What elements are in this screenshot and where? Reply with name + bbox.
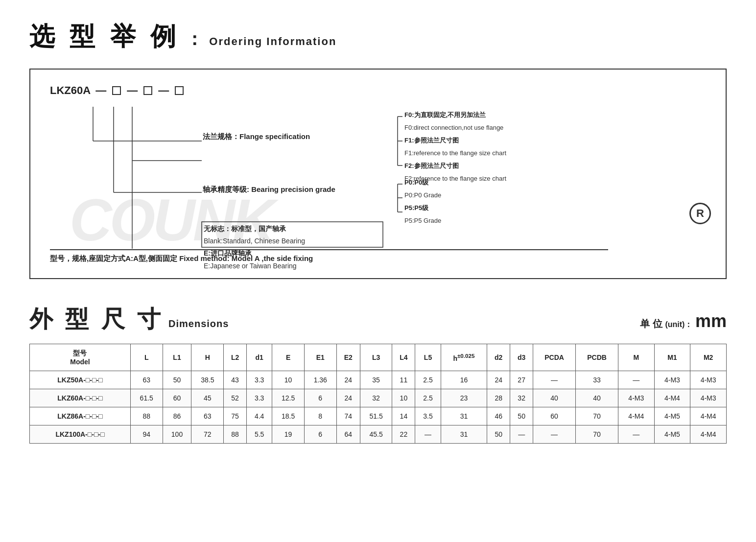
th-PCDB: PCDB [576,344,618,371]
bearing-type-labels: 无标志：标准型，国产轴承 Blank:Standard, Chinese Bea… [204,223,305,272]
data-cell: 72 [191,425,224,444]
data-cell: 11 [392,371,415,389]
ordering-title-cn: 选 型 举 例 [29,20,180,54]
data-cell: 35 [360,371,392,389]
table-header-row: 型号Model L L1 H L2 d1 E E1 E2 L3 L4 L5 h±… [30,344,727,371]
data-cell: 3.3 [247,389,272,407]
data-cell: 63 [130,371,163,389]
data-cell: 46 [487,407,510,425]
blank-cn: 无标志：标准型，国产轴承 [204,223,305,235]
data-cell: 74 [336,407,360,425]
box-sym-1 [112,86,121,95]
table-row: LKZ50A-□-□-□635038.5433.3101.362435112.5… [30,371,727,389]
data-cell: 4-M4 [654,389,690,407]
data-cell: 61.5 [130,389,163,407]
dim-header: 外 型 尺 寸 Dimensions 单 位 (unit)： mm [29,304,727,335]
e-cn: E:进口品牌轴承 [204,247,305,259]
flange-label: 法兰规格：Flange specification [203,132,310,141]
data-cell: 24 [487,371,510,389]
table-row: LKZ60A-□-□-□61.56045523.312.562432102.52… [30,389,727,407]
th-d1: d1 [247,344,272,371]
data-cell: 4-M5 [654,407,690,425]
th-PCDA: PCDA [533,344,576,371]
th-L1: L1 [163,344,191,371]
data-cell: 52 [224,389,247,407]
box-sym-2 [143,86,152,95]
th-d3: d3 [510,344,533,371]
data-cell: 2.5 [415,389,441,407]
model-cell: LKZ100A-□-□-□ [30,425,131,444]
data-cell: 28 [487,389,510,407]
data-cell: 32 [360,389,392,407]
data-cell: — [618,371,655,389]
table-row: LKZ100A-□-□-□9410072885.51966445.522—315… [30,425,727,444]
data-cell: 14 [392,407,415,425]
data-cell: 10 [392,389,415,407]
data-cell: 88 [224,425,247,444]
ordering-title-en: Ordering Information [209,35,336,48]
flange-f0-cn: F0:为直联固定,不用另加法兰 [404,109,506,121]
data-cell: 4-M4 [690,425,727,444]
data-cell: — [533,425,576,444]
th-M1: M1 [654,344,690,371]
data-cell: 60 [533,407,576,425]
data-cell: — [510,425,533,444]
ordering-box: COUNK R LKZ60A — — — [29,69,727,279]
bearing-precision-label: 轴承精度等级: Bearing precision grade [203,185,335,194]
th-L5: L5 [415,344,441,371]
th-L4: L4 [392,344,415,371]
section-title-ordering: 选 型 举 例 ： Ordering Information [29,20,727,54]
th-H: H [191,344,224,371]
data-cell: 8 [304,407,336,425]
ordering-title-colon: ： [186,27,203,51]
data-cell: 24 [336,389,360,407]
th-h: h±0.025 [441,344,487,371]
data-cell: 40 [576,389,618,407]
data-cell: 3.3 [247,371,272,389]
dim-title-left: 外 型 尺 寸 Dimensions [29,304,229,335]
data-cell: 4-M4 [618,407,655,425]
table-row: LKZ86A-□-□-□888663754.418.587451.5143.53… [30,407,727,425]
model-code: LKZ60A [50,84,91,97]
dim-title-cn: 外 型 尺 寸 [29,304,164,335]
data-cell: 22 [392,425,415,444]
diagram-svg [50,102,706,263]
data-cell: 60 [163,389,191,407]
dim-title-en: Dimensions [168,318,229,330]
unit-mm: mm [695,311,727,331]
data-cell: 23 [441,389,487,407]
flange-f0-en: F0:direct connection,not use flange [404,121,506,134]
data-cell: 10 [272,371,305,389]
data-cell: 31 [441,425,487,444]
ordering-section: 选 型 举 例 ： Ordering Information COUNK R L… [29,20,727,279]
data-cell: 19 [272,425,305,444]
data-cell: 86 [163,407,191,425]
data-cell: 88 [130,407,163,425]
th-L3: L3 [360,344,392,371]
table-body: LKZ50A-□-□-□635038.5433.3101.362435112.5… [30,371,727,444]
model-cell: LKZ86A-□-□-□ [30,407,131,425]
data-cell: 1.36 [304,371,336,389]
model-cell: LKZ60A-□-□-□ [30,389,131,407]
data-cell: 18.5 [272,407,305,425]
data-cell: 33 [576,371,618,389]
bottom-label: 型号，规格,座固定方式A:A型,侧面固定 Fixed method: Model… [50,249,608,263]
data-cell: 100 [163,425,191,444]
data-cell: 4-M3 [654,371,690,389]
e-en: E:Japanese or Taiwan Bearing [204,260,305,272]
data-cell: 2.5 [415,371,441,389]
data-cell: 4.4 [247,407,272,425]
data-cell: — [533,371,576,389]
data-cell: 3.5 [415,407,441,425]
p5-cn: P5:P5级 [404,202,441,214]
data-cell: 64 [336,425,360,444]
flange-f1-en: F1:reference to the flange size chart [404,147,506,160]
bottom-label-area: 型号，规格,座固定方式A:A型,侧面固定 Fixed method: Model… [50,244,608,263]
p0-cn: P0:P0级 [404,176,441,189]
bearing-precision-bracket: P0:P0级 P0:P0 Grade P5:P5级 P5:P5 Grade [404,176,441,227]
data-cell: 70 [576,425,618,444]
dimensions-table: 型号Model L L1 H L2 d1 E E1 E2 L3 L4 L5 h±… [29,344,727,444]
data-cell: 6 [304,425,336,444]
p5-en: P5:P5 Grade [404,214,441,227]
flange-f1-cn: F1:参照法兰尺寸图 [404,134,506,147]
